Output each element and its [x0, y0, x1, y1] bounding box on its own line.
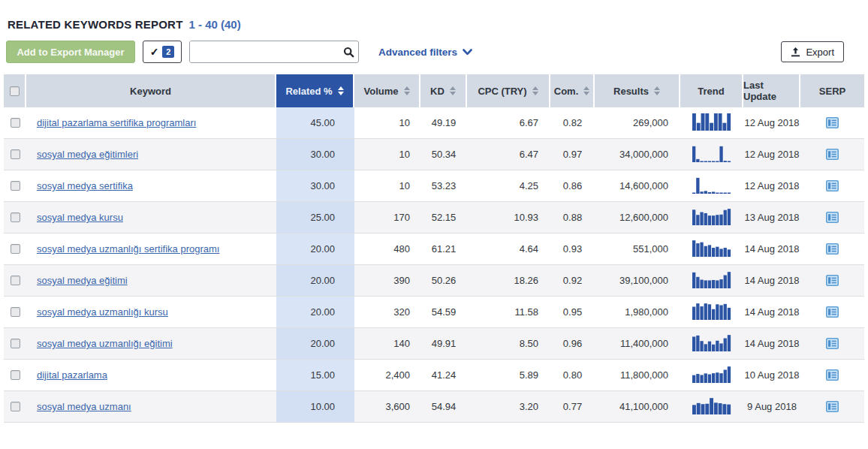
advanced-filters-link[interactable]: Advanced filters: [378, 47, 472, 58]
row-checkbox[interactable]: [11, 118, 20, 128]
export-button-label: Export: [806, 47, 834, 58]
serp-button[interactable]: [826, 243, 839, 255]
serp-button[interactable]: [826, 275, 839, 287]
selected-count-badge: 2: [162, 46, 174, 58]
row-checkbox[interactable]: [11, 244, 20, 254]
row-checkbox[interactable]: [11, 339, 20, 348]
kd-cell: 50.34: [420, 139, 467, 170]
column-header-date: Last Update: [743, 74, 800, 107]
related-percent-cell: 20.00: [276, 234, 354, 264]
serp-button[interactable]: [826, 117, 839, 129]
keyword-link[interactable]: dijital pazarlama: [37, 369, 107, 381]
column-header-label: SERP: [819, 86, 845, 97]
table-header-row: KeywordRelated %VolumeKDCPC (TRY)Com.Res…: [4, 74, 864, 107]
com-cell: 0.77: [550, 391, 595, 422]
last-update-cell: 14 Aug 2018: [743, 328, 800, 359]
table-row: sosyal medya uzmanı 10.00 3,600 54.94 3.…: [4, 391, 864, 423]
volume-cell: 390: [354, 265, 420, 296]
kd-cell: 50.26: [420, 265, 467, 296]
serp-button[interactable]: [826, 401, 839, 413]
trend-sparkline: [692, 396, 731, 417]
table-row: dijital pazarlama 15.00 2,400 41.24 5.89…: [4, 360, 864, 391]
select-all-checkbox[interactable]: [10, 86, 20, 96]
row-checkbox[interactable]: [11, 181, 20, 191]
com-cell: 0.97: [550, 139, 595, 170]
keyword-link[interactable]: sosyal medya uzmanlığı sertifika program…: [37, 243, 219, 255]
search-input[interactable]: [190, 41, 339, 62]
trend-cell: [680, 391, 743, 422]
column-header-results[interactable]: Results: [595, 74, 680, 107]
volume-cell: 10: [354, 107, 420, 138]
com-cell: 0.92: [550, 265, 595, 296]
volume-cell: 10: [354, 139, 420, 170]
column-header-trend: Trend: [680, 74, 743, 107]
keyword-link[interactable]: sosyal medya uzmanlığı kursu: [37, 306, 168, 318]
results-cell: 12,600,000: [595, 202, 680, 233]
search-icon[interactable]: [339, 41, 358, 62]
row-checkbox[interactable]: [11, 402, 20, 411]
results-cell: 39,100,000: [595, 265, 680, 296]
cpc-cell: 4.64: [467, 234, 550, 264]
column-header-com[interactable]: Com.: [550, 74, 595, 107]
toolbar: Add to Export Manager ✓ 2 Advanced filte…: [6, 40, 868, 64]
keyword-link[interactable]: dijital pazarlama sertifika programları: [37, 117, 196, 128]
trend-cell: [680, 202, 743, 233]
column-header-label: Trend: [698, 86, 724, 97]
last-update-cell: 14 Aug 2018: [743, 265, 800, 296]
trend-cell: [680, 328, 743, 359]
keyword-link[interactable]: sosyal medya uzmanlığı eğitimi: [37, 338, 173, 349]
com-cell: 0.88: [550, 202, 595, 233]
column-header-kd[interactable]: KD: [420, 74, 467, 107]
related-percent-cell: 20.00: [276, 265, 354, 296]
results-cell: 41,100,000: [595, 391, 680, 422]
related-percent-cell: 45.00: [276, 107, 354, 138]
serp-button[interactable]: [826, 338, 839, 350]
keyword-link[interactable]: sosyal medya eğitimi: [37, 275, 128, 286]
related-percent-cell: 20.00: [276, 328, 354, 359]
column-header-related[interactable]: Related %: [276, 74, 354, 107]
row-checkbox[interactable]: [11, 149, 20, 159]
row-checkbox[interactable]: [11, 276, 20, 285]
results-cell: 1,980,000: [595, 297, 680, 327]
serp-button[interactable]: [826, 212, 839, 224]
keyword-link[interactable]: sosyal medya kursu: [37, 212, 123, 223]
last-update-cell: 13 Aug 2018: [743, 202, 800, 233]
serp-button[interactable]: [826, 149, 839, 161]
sort-icon: [450, 86, 456, 95]
cpc-cell: 18.26: [467, 265, 550, 296]
selected-count-button[interactable]: ✓ 2: [143, 41, 182, 63]
keyword-link[interactable]: sosyal medya uzmanı: [37, 401, 131, 412]
row-checkbox[interactable]: [11, 307, 20, 317]
row-checkbox[interactable]: [11, 212, 20, 222]
column-header-label: Last Update: [743, 80, 799, 102]
report-header: RELATED KEYWORDS REPORT 1 - 40 (40): [8, 18, 868, 31]
column-header-label: Com.: [554, 86, 579, 97]
volume-cell: 140: [354, 328, 420, 359]
com-cell: 0.86: [550, 170, 595, 201]
table-row: dijital pazarlama sertifika programları …: [4, 107, 864, 139]
results-cell: 269,000: [595, 107, 680, 138]
column-header-label: CPC (TRY): [478, 86, 526, 97]
serp-button[interactable]: [826, 306, 839, 318]
kd-cell: 49.91: [420, 328, 467, 359]
keyword-link[interactable]: sosyal medya sertifika: [37, 180, 133, 191]
serp-icon: [826, 401, 839, 412]
serp-button[interactable]: [826, 369, 839, 381]
volume-cell: 320: [354, 297, 420, 327]
column-header-cpc[interactable]: CPC (TRY): [467, 74, 550, 107]
volume-cell: 2,400: [354, 360, 420, 390]
export-button[interactable]: Export: [781, 41, 844, 62]
kd-cell: 54.94: [420, 391, 467, 422]
row-checkbox[interactable]: [11, 370, 20, 380]
add-to-export-manager-button[interactable]: Add to Export Manager: [6, 41, 135, 63]
trend-sparkline: [692, 270, 731, 291]
related-percent-cell: 15.00: [276, 360, 354, 390]
serp-icon: [826, 243, 839, 255]
column-header-volume[interactable]: Volume: [354, 74, 420, 107]
column-header-serp: SERP: [800, 74, 864, 107]
cpc-cell: 6.67: [467, 107, 550, 138]
serp-button[interactable]: [826, 180, 839, 192]
trend-sparkline: [692, 365, 731, 385]
keyword-link[interactable]: sosyal medya eğitimleri: [37, 149, 138, 160]
page-title: RELATED KEYWORDS REPORT: [8, 18, 183, 31]
